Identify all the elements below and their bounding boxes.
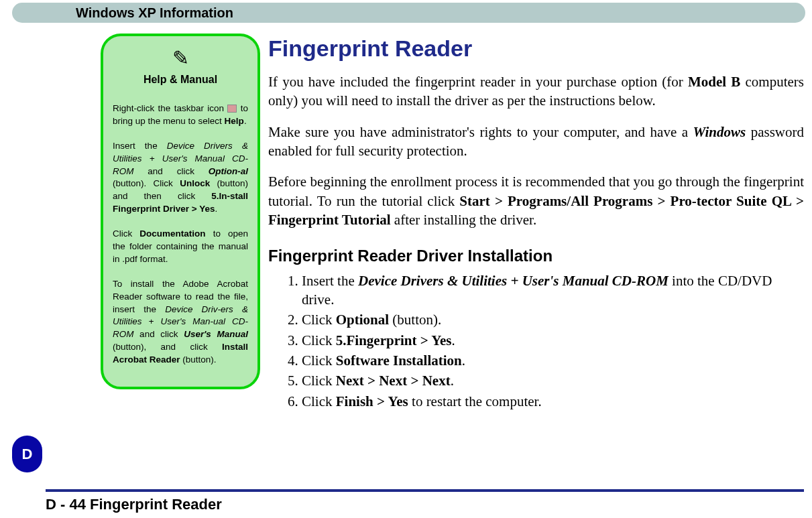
tip-paragraph-3: Click Documentation to open the folder c… <box>113 228 248 266</box>
main-paragraph-1: If you have included the fingerprint rea… <box>268 72 804 111</box>
main-paragraph-3: Before beginning the enrollment process … <box>268 172 804 229</box>
sub-title: Fingerprint Reader Driver Installation <box>268 245 804 267</box>
tip-body: Right-click the taskbar icon to bring up… <box>113 103 248 367</box>
step-3: Click 5.Fingerprint > Yes. <box>302 331 804 350</box>
tip-paragraph-2: Insert the Device Drivers & Utilities + … <box>113 140 248 216</box>
footer-rule <box>46 489 804 492</box>
pencil-icon: ✎ <box>113 48 248 68</box>
tip-title: Help & Manual <box>113 74 248 86</box>
step-2: Click Optional (button). <box>302 310 804 329</box>
header-title: Windows XP Information <box>76 5 233 21</box>
tip-paragraph-1: Right-click the taskbar icon to bring up… <box>113 103 248 128</box>
taskbar-mini-icon <box>227 105 237 113</box>
section-tab-label: D <box>22 446 33 463</box>
step-4: Click Software Installation. <box>302 351 804 370</box>
step-6: Click Finish > Yes to restart the comput… <box>302 392 804 411</box>
install-steps: Insert the Device Drivers & Utilities + … <box>268 271 804 411</box>
section-tab: D <box>12 436 42 472</box>
main-content: Fingerprint Reader If you have included … <box>268 34 804 412</box>
tip-box: ✎ Help & Manual Right-click the taskbar … <box>101 34 260 389</box>
main-paragraph-2: Make sure you have administrator's right… <box>268 123 804 161</box>
header-bar: Windows XP Information <box>12 3 805 23</box>
step-5: Click Next > Next > Next. <box>302 371 804 390</box>
footer-text: D - 44 Fingerprint Reader <box>46 496 222 513</box>
main-title: Fingerprint Reader <box>268 34 804 64</box>
step-1: Insert the Device Drivers & Utilities + … <box>302 271 804 310</box>
tip-paragraph-4: To install the Adobe Acrobat Reader soft… <box>113 278 248 367</box>
